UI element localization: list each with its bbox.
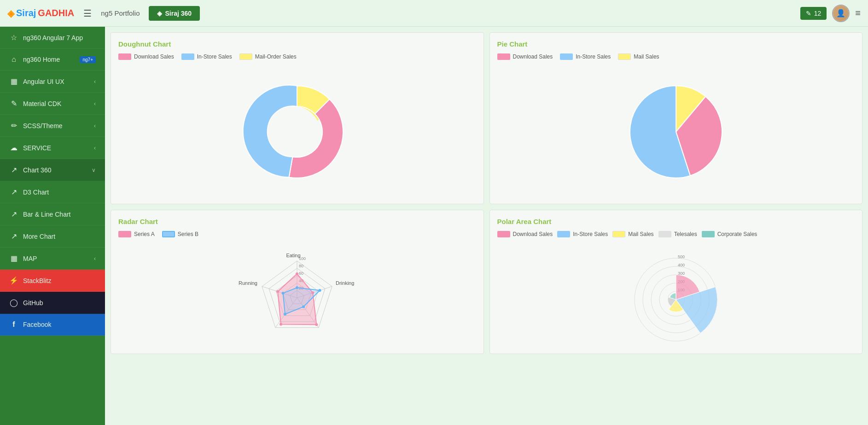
legend-item: Telesales: [658, 231, 697, 237]
cloud-icon: ☁: [9, 143, 18, 152]
axis-label-running: Running: [239, 280, 257, 286]
polar-svg: 100 200 300 400 500: [598, 240, 754, 346]
pie-svg: [616, 72, 736, 192]
data-point: [296, 272, 298, 275]
radar-label: 80: [299, 264, 303, 268]
facebook-icon: f: [9, 320, 18, 329]
sidebar-label: ng360 Home: [23, 56, 75, 63]
legend-color-mail: [239, 53, 252, 60]
polar-chart-legend: Download Sales In-Store Sales Mail Sales…: [497, 231, 855, 237]
sidebar-item-github[interactable]: ◯ GitHub: [0, 292, 105, 314]
legend-label: Download Sales: [513, 53, 553, 60]
data-point: [302, 305, 305, 308]
main-layout: ☆ ng360 Angular 7 App ⌂ ng360 Home ng7+ …: [0, 27, 868, 425]
sidebar-item-chart360[interactable]: ↗ Chart 360 ∨: [0, 159, 105, 181]
legend-label: Download Sales: [134, 53, 174, 60]
legend-item: In-Store Sales: [557, 231, 608, 237]
avatar-placeholder: 👤: [833, 6, 849, 21]
legend-item: Series B: [162, 231, 198, 237]
sidebar-label: Chart 360: [23, 166, 87, 174]
chevron-icon: ‹: [94, 78, 96, 85]
sidebar-label: ng360 Angular 7 App: [23, 34, 96, 41]
hamburger-icon[interactable]: ☰: [83, 8, 92, 19]
sidebar-item-material-cdk[interactable]: ✎ Material CDK ‹: [0, 93, 105, 115]
sidebar-label: More Chart: [23, 233, 96, 240]
legend-color: [618, 53, 631, 60]
legend-item: Download Sales: [118, 53, 174, 60]
sidebar-item-service[interactable]: ☁ SERVICE ‹: [0, 137, 105, 159]
data-point: [276, 290, 279, 293]
trend-icon: ↗: [9, 210, 18, 218]
siraj360-button[interactable]: ◈ Siraj 360: [149, 6, 200, 21]
donut-chart-area: [118, 67, 476, 196]
diamond-icon: ◈: [157, 10, 162, 17]
pie-chart-legend: Download Sales In-Store Sales Mail Sales: [497, 53, 855, 60]
data-point: [280, 323, 282, 325]
trend-icon: ↗: [9, 165, 18, 174]
sidebar-item-map[interactable]: ▦ MAP ‹: [0, 248, 105, 270]
radar-grid: 20 40 60 80 100 Eating Drinking Running: [239, 253, 354, 328]
legend-color-download: [118, 53, 131, 60]
edit-badge[interactable]: ✎ 12: [800, 7, 827, 20]
pie-chart-area: [497, 67, 855, 196]
sidebar-label: Angular UI UX: [23, 78, 89, 85]
legend-label: Mail-Order Sales: [255, 53, 297, 60]
donut-blue: [243, 85, 297, 177]
legend-label: Series A: [134, 231, 155, 237]
chevron-down-icon: ∨: [92, 167, 96, 173]
radar-label: 60: [299, 271, 303, 276]
sidebar-label: D3 Chart: [23, 189, 96, 196]
sidebar-item-more-chart[interactable]: ↗ More Chart: [0, 225, 105, 248]
polar-chart-area: 100 200 300 400 500: [497, 242, 855, 343]
legend-item: Series A: [118, 231, 155, 237]
sidebar-item-ng360-angular[interactable]: ☆ ng360 Angular 7 App: [0, 27, 105, 49]
data-point: [284, 313, 286, 316]
sidebar-item-stackblitz[interactable]: ⚡ StackBlitz: [0, 270, 105, 292]
polar-chart-title: Polar Area Chart: [497, 218, 855, 225]
content-area: Doughnut Chart Download Sales In-Store S…: [105, 27, 868, 425]
sidebar-item-d3-chart[interactable]: ↗ D3 Chart: [0, 181, 105, 203]
legend-label: Telesales: [674, 231, 697, 237]
logo-icon: ◈: [7, 8, 14, 19]
nav-title: ng5 Portfolio: [101, 9, 140, 17]
header-right: ✎ 12 👤 ≡: [800, 5, 861, 22]
sidebar-item-angular-ui[interactable]: ▦ Angular UI UX ‹: [0, 71, 105, 93]
legend-color: [702, 231, 715, 237]
avatar[interactable]: 👤: [832, 5, 850, 22]
sidebar-item-facebook[interactable]: f Facebook: [0, 314, 105, 336]
sidebar-label: MAP: [23, 255, 89, 262]
donut-chart-card: Doughnut Chart Download Sales In-Store S…: [111, 32, 484, 204]
legend-item: In-Store Sales: [181, 53, 232, 60]
legend-label: Download Sales: [513, 231, 553, 237]
header: ◈ SirajGADHIA ☰ ng5 Portfolio ◈ Siraj 36…: [0, 0, 868, 27]
sidebar-item-bar-line-chart[interactable]: ↗ Bar & Line Chart: [0, 203, 105, 225]
chevron-icon: ‹: [94, 100, 96, 107]
legend-item: Download Sales: [497, 231, 553, 237]
donut-chart-legend: Download Sales In-Store Sales Mail-Order…: [118, 53, 476, 60]
axis-label-eating: Eating: [286, 253, 301, 258]
legend-item: Download Sales: [497, 53, 553, 60]
sidebar-item-ng360-home[interactable]: ⌂ ng360 Home ng7+: [0, 49, 105, 71]
header-menu-icon[interactable]: ≡: [855, 8, 861, 18]
legend-item: In-Store Sales: [560, 53, 611, 60]
legend-item: Mail-Order Sales: [239, 53, 297, 60]
legend-label: Mail Sales: [628, 231, 653, 237]
data-point: [311, 291, 314, 294]
pencil-icon: ✎: [9, 99, 18, 108]
legend-color: [557, 231, 570, 237]
legend-label: Mail Sales: [634, 53, 659, 60]
sidebar-label: Facebook: [23, 321, 96, 328]
sidebar-item-scss-theme[interactable]: ✏ SCSS/Theme ‹: [0, 115, 105, 137]
data-point: [282, 292, 285, 295]
data-point: [319, 289, 321, 292]
pie-chart-title: Pie Chart: [497, 40, 855, 48]
pen-icon: ✏: [9, 121, 18, 130]
radar-chart-title: Radar Chart: [118, 218, 476, 225]
chevron-icon: ‹: [94, 123, 96, 129]
data-point: [296, 286, 298, 289]
polar-chart-card: Polar Area Chart Download Sales In-Store…: [489, 210, 863, 354]
sidebar-label: Bar & Line Chart: [23, 211, 96, 218]
siraj360-label: Siraj 360: [165, 10, 192, 17]
legend-item: Corporate Sales: [702, 231, 757, 237]
chevron-icon: ‹: [94, 145, 96, 151]
